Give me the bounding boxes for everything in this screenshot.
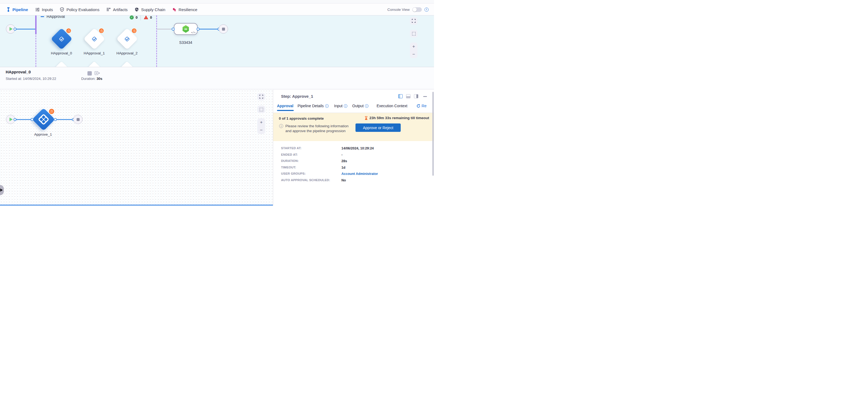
fullscreen-button[interactable] bbox=[257, 93, 265, 100]
layout-right-icon[interactable] bbox=[414, 94, 418, 98]
duration-value: 30s bbox=[96, 76, 102, 81]
detail-value: 1d bbox=[341, 166, 345, 169]
panel-tab-label: Input bbox=[334, 104, 342, 108]
user-group-link[interactable]: Account Administrator bbox=[341, 172, 378, 176]
step-node-happroval-1[interactable]: HApproval_1 bbox=[83, 28, 105, 50]
stop-icon bbox=[76, 118, 80, 121]
console-view-info-icon[interactable]: i bbox=[425, 8, 429, 12]
supply-chain-shield-icon bbox=[134, 7, 139, 12]
minimize-panel-button[interactable] bbox=[423, 96, 427, 97]
approve-or-reject-button[interactable]: Approve or Reject bbox=[355, 123, 401, 132]
zoom-out-button[interactable]: − bbox=[412, 52, 415, 57]
detail-row-duration: DURATION: 28s bbox=[281, 159, 347, 163]
detail-label: STARTED AT: bbox=[281, 147, 341, 150]
step-node-label: HApproval_2 bbox=[108, 51, 146, 55]
graph-controls: + − bbox=[410, 17, 417, 58]
info-icon[interactable]: i bbox=[344, 104, 347, 108]
zoom-controls: + − bbox=[410, 42, 417, 58]
marquee-icon bbox=[260, 108, 263, 111]
detail-value: No bbox=[341, 179, 346, 182]
edge-start-to-stage bbox=[16, 29, 36, 30]
step-node-approve-1[interactable]: Approve_1 bbox=[32, 108, 55, 131]
toggle-knob bbox=[413, 8, 417, 12]
info-icon[interactable]: i bbox=[365, 104, 369, 108]
step-node-label: HApproval_0 bbox=[42, 51, 81, 55]
zoom-out-button[interactable]: − bbox=[260, 128, 262, 132]
collapse-stage-icon[interactable] bbox=[41, 16, 44, 17]
detail-row-auto-approval: AUTO APPROVAL SCHEDULED: No bbox=[281, 179, 346, 182]
refresh-button[interactable]: Re bbox=[416, 104, 427, 108]
artifact-list-icon bbox=[106, 7, 111, 12]
info-icon[interactable]: i bbox=[325, 104, 329, 108]
drawer-expand-handle[interactable] bbox=[0, 185, 4, 195]
panel-tab-execution-context[interactable]: Execution Context bbox=[377, 104, 407, 108]
tab-artifacts[interactable]: Artifacts bbox=[106, 7, 127, 12]
resilience-icon bbox=[173, 8, 177, 12]
fullscreen-button[interactable] bbox=[410, 17, 417, 25]
panel-tab-label: Approval bbox=[277, 104, 293, 108]
detail-label: AUTO APPROVAL SCHEDULED: bbox=[281, 179, 341, 182]
tab-policy-evaluations-label: Policy Evaluations bbox=[66, 7, 99, 12]
panel-tab-output[interactable]: Output i bbox=[352, 104, 369, 108]
marquee-select-button[interactable] bbox=[257, 105, 265, 113]
harness-approval-icon bbox=[38, 114, 49, 125]
edge-step-to-end bbox=[57, 119, 73, 120]
canvas-horizontal-scrollbar[interactable] bbox=[0, 205, 273, 205]
approval-timeout: 23h 59m 33s remaining till timeout bbox=[365, 116, 429, 120]
timeout-text: 23h 59m 33s remaining till timeout bbox=[369, 116, 429, 120]
play-icon bbox=[9, 27, 13, 31]
marquee-select-button[interactable] bbox=[410, 30, 417, 37]
zoom-in-button[interactable]: + bbox=[412, 44, 415, 49]
harness-infinity-icon: ∞ bbox=[182, 25, 189, 33]
skip-condition-icon bbox=[94, 71, 100, 76]
step-node-happroval-2[interactable]: HApproval_2 bbox=[116, 28, 138, 50]
console-view-toggle[interactable] bbox=[412, 7, 422, 12]
layout-split-right-icon[interactable] bbox=[398, 94, 403, 98]
approval-message: Please review the following information … bbox=[285, 124, 348, 133]
step-detail-panel: Step: Approve_1 Approval Pipeline Detail… bbox=[273, 90, 434, 205]
approval-check-icon bbox=[58, 35, 65, 42]
detail-label: USER GROUPS: bbox=[281, 172, 341, 176]
info-icon: i bbox=[279, 124, 283, 128]
step-node-label: Approve_1 bbox=[24, 132, 62, 136]
approval-banner: 0 of 1 approvals complete 23h 59m 33s re… bbox=[273, 113, 434, 141]
approval-check-icon bbox=[123, 35, 130, 42]
tab-resilience[interactable]: Resilience bbox=[173, 7, 197, 12]
step-summary-bar: HApproval_0 Started at: 14/06/2024, 10:2… bbox=[0, 67, 434, 89]
inputs-icon bbox=[35, 8, 40, 12]
stage-selected-indicator bbox=[35, 15, 36, 34]
timer-badge-icon bbox=[66, 28, 71, 33]
tab-inputs[interactable]: Inputs bbox=[35, 7, 53, 12]
step-started-at: Started at: 14/06/2024, 10:29:22 bbox=[6, 76, 56, 81]
panel-tab-approval[interactable]: Approval bbox=[277, 104, 293, 108]
hourglass-icon bbox=[365, 116, 368, 120]
play-icon bbox=[9, 118, 13, 121]
zoom-controls: + − bbox=[257, 118, 265, 134]
tab-supply-chain[interactable]: Supply Chain bbox=[134, 7, 165, 12]
canvas-end-node bbox=[73, 115, 83, 124]
stage-header[interactable]: HApproval bbox=[41, 15, 65, 19]
layout-bottom-icon[interactable] bbox=[406, 94, 410, 98]
zoom-in-button[interactable]: + bbox=[260, 120, 262, 125]
panel-tab-pipeline-details[interactable]: Pipeline Details i bbox=[298, 104, 329, 108]
tab-resilience-label: Resilience bbox=[179, 7, 197, 12]
stage-status-badges: ✓ 0 ! 0 bbox=[130, 15, 152, 21]
tab-list: Pipeline Inputs Policy Evaluations Artif… bbox=[6, 4, 197, 15]
refresh-label: Re bbox=[422, 104, 427, 108]
stage-execution-canvas[interactable]: Approve_1 + − bbox=[0, 90, 273, 205]
tab-pipeline[interactable]: Pipeline bbox=[6, 7, 28, 12]
refresh-icon bbox=[416, 104, 421, 108]
panel-tab-bar: Approval Pipeline Details i Input i Outp… bbox=[273, 103, 434, 111]
detail-row-user-groups: USER GROUPS: Account Administrator bbox=[281, 172, 378, 176]
panel-tab-label: Execution Context bbox=[377, 104, 407, 108]
tab-policy-evaluations[interactable]: Policy Evaluations bbox=[60, 7, 99, 12]
panel-scrollbar[interactable] bbox=[432, 92, 434, 176]
step-node-happroval-0[interactable]: HApproval_0 bbox=[51, 28, 72, 50]
detail-row-started-at: STARTED AT: 14/06/2024, 10:29:24 bbox=[281, 147, 374, 150]
detail-label: DURATION: bbox=[281, 159, 341, 163]
step-duration: Duration: 30s bbox=[81, 76, 102, 81]
step-node-s33434[interactable]: ∞ </> bbox=[174, 23, 198, 35]
marquee-icon bbox=[412, 32, 415, 35]
stop-icon bbox=[222, 28, 225, 31]
panel-tab-input[interactable]: Input i bbox=[334, 104, 347, 108]
